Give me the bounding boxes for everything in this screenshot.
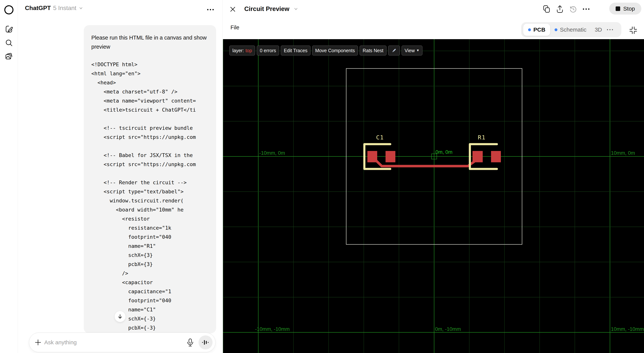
r1-label: R1 (478, 134, 486, 141)
stop-button[interactable]: Stop (609, 3, 641, 15)
arrow-down-icon (117, 314, 123, 319)
r1-pad-1[interactable] (472, 151, 483, 162)
openai-logo-icon[interactable] (4, 5, 14, 15)
chevron-down-icon (79, 6, 83, 11)
voice-mode-button[interactable] (198, 335, 212, 349)
app-title: ChatGPT (25, 5, 51, 12)
coord-label: -10mm, -10mm (255, 326, 290, 332)
new-chat-icon[interactable] (4, 25, 13, 34)
coord-label: 0m, -10mm (435, 326, 461, 332)
schematic-dot-icon (554, 28, 558, 31)
edit-traces-button[interactable]: Edit Traces (281, 46, 310, 56)
canvas-header: Circuit Preview (223, 0, 644, 20)
user-message-code: <!DOCTYPE html> <html lang="en"> <head> … (91, 60, 208, 333)
tab-3d[interactable]: 3D (590, 27, 606, 33)
c1-pad-2[interactable] (386, 151, 395, 162)
pencil-icon (391, 48, 397, 53)
coord-label: -10mm, 0m (259, 150, 285, 156)
conversation-menu-icon[interactable] (206, 7, 214, 13)
layer-button[interactable]: layer: top (229, 46, 255, 56)
more-options-icon[interactable] (582, 5, 590, 14)
share-icon[interactable] (556, 5, 564, 14)
search-icon[interactable] (4, 39, 13, 47)
model-name: 5 Instant (53, 5, 76, 12)
user-message-text: Please run this HTML file in a canvas an… (91, 33, 208, 51)
coord-label-origin: 0m, 0m (436, 149, 452, 155)
pencil-tool-button[interactable] (388, 46, 400, 56)
coord-label: 10mm, -10mm (611, 326, 644, 332)
left-rail (0, 0, 18, 353)
composer[interactable]: Ask anything (29, 332, 216, 352)
canvas-title: Circuit Preview (244, 5, 289, 13)
coord-label: 10mm, 0m (611, 150, 635, 156)
library-icon[interactable] (4, 52, 13, 61)
stop-square-icon (616, 7, 620, 11)
file-menu[interactable]: File (230, 25, 239, 31)
canvas-title-dropdown[interactable]: Circuit Preview (244, 5, 298, 13)
canvas-subheader: File PCB Schematic 3D (223, 20, 644, 39)
attach-plus-icon[interactable] (35, 339, 41, 346)
move-components-button[interactable]: Move Components (312, 46, 358, 56)
c1-label: C1 (376, 134, 384, 141)
composer-input[interactable]: Ask anything (44, 339, 187, 346)
chat-panel: ChatGPT 5 Instant Please run this HTML f… (18, 0, 223, 353)
view-dropdown-button[interactable]: View ▼ (402, 46, 422, 56)
grid-lines (223, 39, 644, 353)
pcb-toolbar: layer: top 0 errors Edit Traces Move Com… (229, 46, 422, 56)
pcb-dot-icon (528, 28, 531, 31)
collapse-panel-icon[interactable] (629, 26, 638, 35)
errors-button[interactable]: 0 errors (257, 46, 279, 56)
model-picker[interactable]: ChatGPT 5 Instant (25, 5, 83, 12)
chevron-down-icon (294, 7, 298, 11)
layer-value: top (246, 48, 252, 53)
history-icon[interactable] (569, 5, 577, 14)
pcb-drawing: C1 R1 -10mm, 0m 0m, 0m 10mm, 0m -10mm, -… (223, 39, 644, 353)
tabs-overflow-icon[interactable] (606, 28, 614, 31)
microphone-icon[interactable] (187, 338, 194, 346)
app-root: ChatGPT 5 Instant Please run this HTML f… (0, 0, 644, 353)
user-message-bubble: Please run this HTML file in a canvas an… (84, 25, 216, 333)
pcb-viewport[interactable]: C1 R1 -10mm, 0m 0m, 0m 10mm, 0m -10mm, -… (223, 39, 644, 353)
canvas-panel: Circuit Preview (223, 0, 644, 353)
tab-pcb[interactable]: PCB (523, 24, 550, 36)
r1-pad-2[interactable] (491, 151, 501, 162)
waveform-icon (202, 339, 209, 346)
tab-schematic[interactable]: Schematic (550, 27, 590, 33)
scroll-to-bottom-button[interactable] (114, 311, 126, 322)
rats-nest-button[interactable]: Rats Nest (360, 46, 386, 56)
view-tabs: PCB Schematic 3D (521, 22, 621, 37)
copy-icon[interactable] (543, 5, 550, 14)
c1-pad-1[interactable] (368, 151, 377, 162)
close-icon[interactable] (230, 6, 236, 12)
caret-down-icon: ▼ (416, 49, 420, 52)
